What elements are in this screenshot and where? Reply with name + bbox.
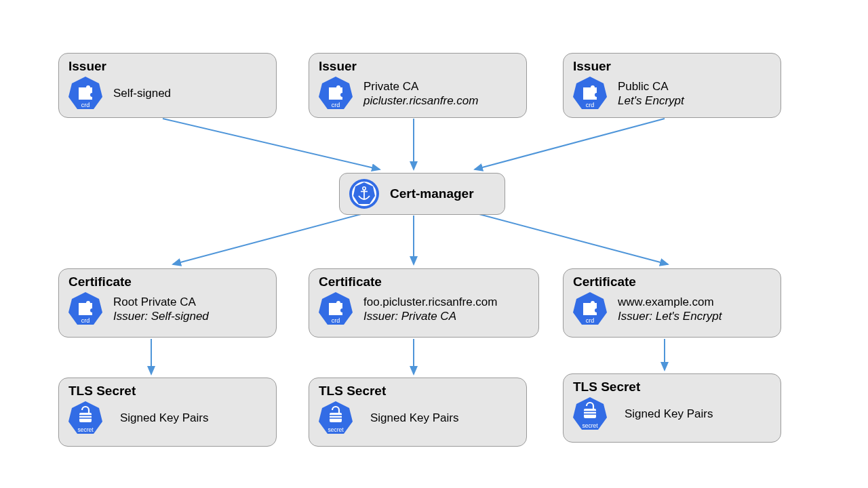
tls-secret-box-1: TLS Secret secret Signed Key Pairs <box>58 378 277 447</box>
svg-rect-33 <box>330 413 342 422</box>
tls-secret-title: TLS Secret <box>319 384 518 399</box>
certificate-line2: Issuer: Self-signed <box>113 309 209 323</box>
svg-line-3 <box>173 210 376 264</box>
certificate-box-foo: Certificate crd foo.picluster.ricsanfre.… <box>309 268 539 338</box>
svg-rect-28 <box>79 413 92 422</box>
certificate-title: Certificate <box>319 274 530 289</box>
svg-text:secret: secret <box>328 426 344 433</box>
secret-icon: secret <box>317 400 354 436</box>
tls-secret-line1: Signed Key Pairs <box>625 407 713 421</box>
tls-secret-title: TLS Secret <box>573 380 772 394</box>
issuer-line2: picluster.ricsanfre.com <box>363 94 478 108</box>
certificate-line1: Root Private CA <box>113 295 209 309</box>
issuer-line1: Public CA <box>618 79 684 94</box>
cert-manager-label: Cert-manager <box>390 186 474 201</box>
svg-text:secret: secret <box>582 422 598 429</box>
cert-manager-box: Cert-manager <box>339 173 505 215</box>
certificate-box-root: Certificate crd Root Private CA Issuer: … <box>58 268 277 338</box>
svg-text:crd: crd <box>586 317 595 324</box>
certificate-box-www: Certificate crd www.example.com Issuer: … <box>563 268 781 338</box>
svg-text:crd: crd <box>81 102 90 108</box>
svg-text:crd: crd <box>81 317 90 324</box>
issuer-box-public-ca: Issuer crd Public CA Let's Encrypt <box>563 53 781 118</box>
certificate-line2: Issuer: Let's Encrypt <box>618 309 722 323</box>
issuer-line1: Self-signed <box>113 86 171 100</box>
svg-text:crd: crd <box>332 102 340 108</box>
svg-text:crd: crd <box>586 102 595 108</box>
issuer-title: Issuer <box>68 59 268 74</box>
issuer-line2: Let's Encrypt <box>618 94 684 108</box>
tls-secret-line1: Signed Key Pairs <box>120 411 208 425</box>
tls-secret-box-2: TLS Secret secret Signed Key Pairs <box>309 378 527 447</box>
svg-line-5 <box>464 210 668 264</box>
certificate-title: Certificate <box>68 274 268 289</box>
crd-icon: crd <box>67 75 104 112</box>
issuer-box-selfsigned: Issuer crd Self-signed <box>58 53 277 118</box>
certificate-title: Certificate <box>573 274 772 289</box>
secret-icon: secret <box>572 396 608 432</box>
crd-icon: crd <box>317 75 354 112</box>
issuer-box-private-ca: Issuer crd Private CA picluster.ricsanfr… <box>309 53 527 118</box>
secret-icon: secret <box>67 400 104 436</box>
crd-icon: crd <box>572 291 608 327</box>
svg-line-0 <box>163 119 380 169</box>
svg-line-2 <box>475 119 665 169</box>
cert-manager-icon <box>348 178 380 210</box>
svg-text:secret: secret <box>77 426 94 433</box>
crd-icon: crd <box>572 75 608 112</box>
tls-secret-title: TLS Secret <box>68 384 268 399</box>
certificate-line1: foo.picluster.ricsanfre.com <box>363 295 497 309</box>
tls-secret-line1: Signed Key Pairs <box>370 411 458 425</box>
crd-icon: crd <box>317 291 354 327</box>
tls-secret-box-3: TLS Secret secret Signed Key Pairs <box>563 373 781 443</box>
crd-icon: crd <box>67 291 104 327</box>
certificate-line1: www.example.com <box>618 295 722 309</box>
issuer-line1: Private CA <box>363 79 478 94</box>
certificate-line2: Issuer: Private CA <box>363 309 497 323</box>
svg-text:crd: crd <box>332 317 340 324</box>
svg-rect-38 <box>584 409 596 418</box>
issuer-title: Issuer <box>573 59 772 74</box>
issuer-title: Issuer <box>319 59 518 74</box>
